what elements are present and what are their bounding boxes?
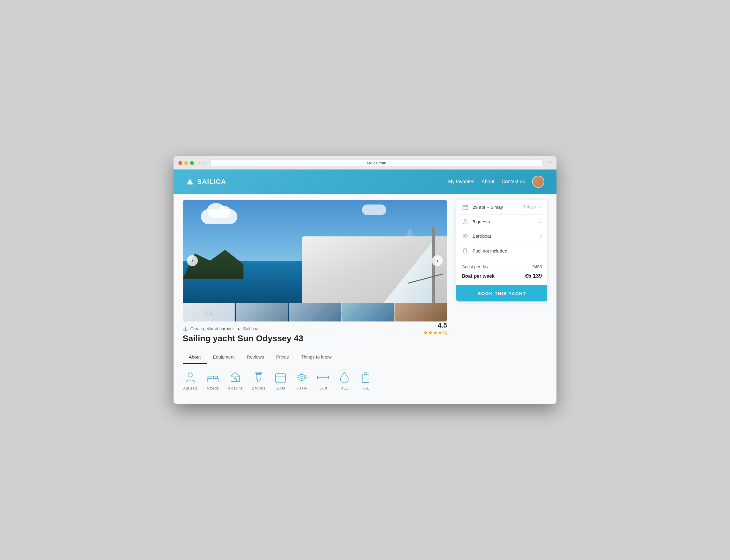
toilet-icon (253, 371, 265, 383)
book-button[interactable]: BOOK THIS YACHT (456, 285, 547, 301)
thumb-1[interactable] (183, 303, 235, 321)
guests-row[interactable]: 5 guests ⌄ (456, 215, 547, 229)
yacht-location: Croatia, Marsh harbour (190, 326, 234, 331)
feature-engine-label: 60 HP (296, 386, 307, 390)
feature-toilets: 2 toilets (252, 371, 266, 390)
left-panel: ‹ › ⚓ Croatia, Marsh (183, 200, 447, 398)
yacht-type: Sail boat (243, 326, 260, 331)
guest-per-day-value: €456 (532, 264, 542, 269)
browser-dots (178, 161, 194, 165)
feature-length: 37 ft (317, 371, 329, 390)
svg-marker-29 (327, 376, 329, 378)
tab-things-to-know[interactable]: Things to know (295, 351, 338, 364)
thumb-sail-icon (204, 309, 213, 315)
dot-minimize[interactable] (184, 161, 188, 165)
feature-fuel-tank: 75L (360, 371, 372, 390)
thumb-2[interactable] (236, 303, 288, 321)
feature-fuel-tank-label: 75L (363, 386, 369, 390)
yacht-meta: ⚓ Croatia, Marsh harbour ▲ Sail boat (183, 321, 303, 334)
guests-count: 5 guests (473, 219, 536, 224)
cabin-icon (229, 371, 241, 383)
charter-row: Bareboat ? (456, 229, 547, 244)
gallery-thumbs (183, 303, 447, 321)
rating-block: 4.5 ★★★★½ (423, 321, 447, 336)
gallery-next-button[interactable]: › (432, 255, 443, 266)
person-icon (184, 371, 196, 383)
feature-water: 45L (338, 371, 350, 390)
nav-contact[interactable]: Contact us (502, 179, 525, 184)
address-bar[interactable]: sailica.com (211, 159, 542, 167)
guests-icon (462, 219, 469, 225)
logo[interactable]: SAILICA (186, 177, 448, 186)
main-content: ‹ › ⚓ Croatia, Marsh (174, 194, 556, 404)
thumb-3[interactable] (289, 303, 341, 321)
separator: ▲ (236, 326, 241, 331)
gallery-prev-button[interactable]: ‹ (187, 255, 198, 266)
yacht-info-left: ⚓ Croatia, Marsh harbour ▲ Sail boat Sai… (183, 321, 303, 345)
feature-guests: 8 guests (183, 371, 198, 390)
charter-icon (462, 233, 469, 239)
fuel-row: Fuel not included (456, 243, 547, 258)
boat-per-week-label: Boat per week (462, 273, 494, 279)
engine-icon (296, 371, 308, 383)
back-button[interactable]: ‹ (198, 160, 201, 166)
feature-cabins: 4 cabins (228, 371, 243, 390)
date-range: 29 apr – 5 may (473, 204, 521, 210)
tab-prices[interactable]: Prices (270, 351, 295, 364)
anchor-icon: ⚓ (183, 326, 188, 331)
svg-rect-44 (463, 249, 467, 253)
tab-about[interactable]: About (183, 351, 207, 364)
date-days: 7 days (523, 204, 536, 209)
yacht-title: Sailing yacht Sun Odyssey 43 (183, 334, 303, 343)
navbar: SAILICA My fovorites About Contact us (174, 170, 556, 194)
feature-length-label: 37 ft (319, 386, 327, 390)
svg-marker-28 (318, 376, 319, 378)
rating-number: 4.5 (423, 321, 447, 329)
dot-close[interactable] (178, 161, 182, 165)
svg-point-37 (464, 219, 467, 222)
date-chevron-icon: ⌄ (538, 204, 542, 209)
svg-rect-12 (256, 372, 262, 373)
thumb-4[interactable] (342, 303, 394, 321)
feature-guests-label: 8 guests (183, 386, 198, 390)
cloud1 (201, 209, 237, 224)
browser-window: ‹ › sailica.com + SAILICA My fovorites A… (174, 156, 556, 404)
svg-rect-6 (231, 376, 239, 382)
svg-rect-30 (362, 374, 369, 383)
booking-card: 29 apr – 5 may 7 days ⌄ 5 guests ⌄ (456, 200, 547, 301)
svg-point-39 (464, 235, 466, 237)
thumb-5[interactable] (395, 303, 447, 321)
svg-rect-7 (234, 379, 236, 382)
charter-help-icon[interactable]: ? (539, 234, 542, 239)
bed-icon (207, 371, 219, 383)
nav-favorites[interactable]: My fovorites (448, 179, 474, 184)
dot-maximize[interactable] (190, 161, 194, 165)
forward-button[interactable]: › (203, 160, 207, 166)
tab-reviews[interactable]: Reviews (241, 351, 270, 364)
guest-per-day-label: Guest per day (462, 264, 488, 269)
nav-about[interactable]: About (482, 179, 494, 184)
svg-line-19 (297, 375, 298, 376)
avatar[interactable] (532, 176, 544, 188)
tab-equipment[interactable]: Equipment (207, 351, 241, 364)
feature-year: 2008 (274, 371, 287, 390)
length-icon (317, 371, 329, 383)
feature-year-label: 2008 (276, 386, 285, 390)
calendar-icon (462, 204, 469, 210)
price-row-guest: Guest per day €456 (462, 263, 542, 271)
yacht-header-row: ⚓ Croatia, Marsh harbour ▲ Sail boat Sai… (183, 321, 447, 345)
svg-rect-13 (276, 374, 285, 382)
features: 8 guests 6 beds (183, 364, 447, 398)
price-row-boat: Boat per week €5 139 (462, 271, 542, 281)
booking-prices: Guest per day €456 Boat per week €5 139 (456, 258, 547, 285)
svg-point-17 (299, 374, 305, 380)
fuel-icon (462, 248, 469, 254)
feature-beds-label: 6 beds (207, 386, 219, 390)
new-tab-button[interactable]: + (548, 160, 552, 166)
date-row[interactable]: 29 apr – 5 may 7 days ⌄ (456, 200, 547, 215)
fuel-status: Fuel not included (473, 248, 542, 253)
feature-toilets-label: 2 toilets (252, 386, 266, 390)
logo-text: SAILICA (197, 178, 226, 186)
feature-beds: 6 beds (207, 371, 219, 390)
guests-chevron-icon: ⌄ (538, 219, 542, 224)
